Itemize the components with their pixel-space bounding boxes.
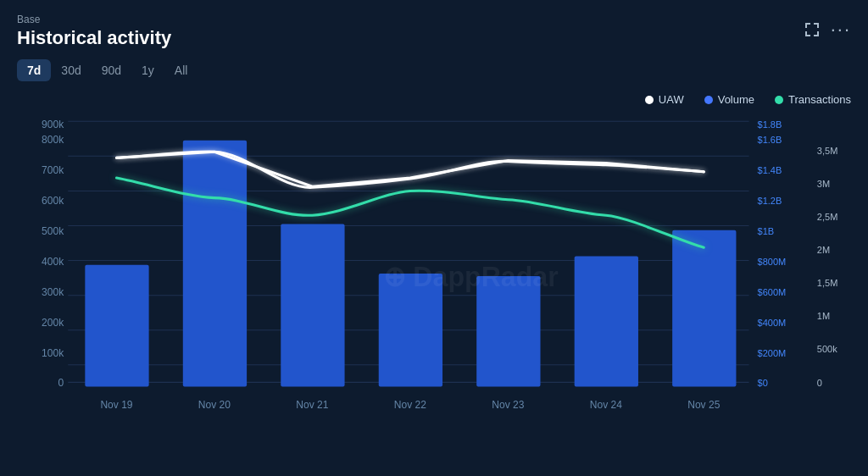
svg-text:$200M: $200M xyxy=(758,347,787,357)
svg-text:1,5M: 1,5M xyxy=(817,278,838,288)
x-label-nov21: Nov 21 xyxy=(296,399,328,411)
filter-btn-1y[interactable]: 1y xyxy=(131,59,164,81)
svg-text:300k: 300k xyxy=(42,286,64,298)
svg-text:0: 0 xyxy=(58,377,64,389)
bar-nov21 xyxy=(281,224,344,386)
svg-text:$1.8B: $1.8B xyxy=(758,119,782,130)
x-label-nov23: Nov 23 xyxy=(492,399,524,411)
svg-text:$1.2B: $1.2B xyxy=(758,196,782,206)
svg-text:200k: 200k xyxy=(42,316,64,328)
main-container: Base Historical activity ··· 7d30d90d1yA… xyxy=(0,0,868,476)
subtitle: Base xyxy=(17,14,171,25)
bar-nov25 xyxy=(672,230,736,387)
svg-text:$1.6B: $1.6B xyxy=(758,135,782,145)
page-title: Historical activity xyxy=(17,27,171,49)
svg-text:$1.4B: $1.4B xyxy=(758,165,782,175)
filter-btn-7d[interactable]: 7d xyxy=(17,59,51,81)
legend-label-transactions: Transactions xyxy=(788,93,851,106)
svg-text:0: 0 xyxy=(817,378,822,388)
bar-nov19 xyxy=(85,265,148,387)
x-label-nov20: Nov 20 xyxy=(198,399,231,411)
legend-item-uaw: UAW xyxy=(645,93,684,106)
time-filters: 7d30d90d1yAll xyxy=(17,59,851,81)
chart-svg: 0 100k 200k 300k 400k 500k 600k 700k 800… xyxy=(17,113,851,434)
x-label-nov25: Nov 25 xyxy=(687,399,720,411)
svg-text:3,5M: 3,5M xyxy=(817,146,838,156)
filter-btn-30d[interactable]: 30d xyxy=(51,59,91,81)
svg-text:100k: 100k xyxy=(42,346,64,358)
svg-text:$1B: $1B xyxy=(758,226,775,236)
watermark-text: ⊕ DappRadar xyxy=(383,262,559,292)
svg-text:$800M: $800M xyxy=(758,257,787,267)
svg-text:700k: 700k xyxy=(42,164,64,176)
svg-text:$400M: $400M xyxy=(758,318,787,328)
legend-dot-uaw xyxy=(645,96,654,104)
legend: UAWVolumeTransactions xyxy=(17,93,851,106)
expand-icon[interactable] xyxy=(804,21,821,38)
svg-rect-3 xyxy=(817,23,819,28)
more-icon[interactable]: ··· xyxy=(831,19,851,41)
bar-nov20 xyxy=(183,141,247,387)
svg-text:500k: 500k xyxy=(42,225,64,237)
bar-nov24 xyxy=(575,256,638,386)
legend-item-volume: Volume xyxy=(704,93,754,106)
legend-label-uaw: UAW xyxy=(659,93,684,106)
svg-text:500k: 500k xyxy=(817,344,837,354)
legend-label-volume: Volume xyxy=(718,93,754,106)
legend-item-transactions: Transactions xyxy=(775,93,851,106)
svg-rect-7 xyxy=(817,31,819,36)
x-label-nov19: Nov 19 xyxy=(100,399,132,411)
svg-text:2,5M: 2,5M xyxy=(817,212,838,222)
svg-text:3M: 3M xyxy=(817,179,830,189)
header: Base Historical activity ··· xyxy=(17,14,851,49)
svg-text:600k: 600k xyxy=(42,195,64,207)
bar-nov23 xyxy=(476,276,540,386)
svg-text:$0: $0 xyxy=(758,378,768,388)
title-block: Base Historical activity xyxy=(17,14,171,49)
filter-btn-all[interactable]: All xyxy=(164,59,198,81)
header-icons: ··· xyxy=(804,19,851,41)
svg-text:900k: 900k xyxy=(42,119,64,130)
svg-text:400k: 400k xyxy=(42,256,64,268)
legend-dot-volume xyxy=(704,96,713,104)
chart-area: 0 100k 200k 300k 400k 500k 600k 700k 800… xyxy=(17,113,851,434)
svg-rect-1 xyxy=(805,23,807,28)
x-label-nov22: Nov 22 xyxy=(394,399,426,411)
svg-text:$600M: $600M xyxy=(758,287,787,297)
svg-rect-5 xyxy=(805,31,807,36)
svg-text:800k: 800k xyxy=(42,134,64,146)
svg-text:2M: 2M xyxy=(817,245,830,255)
legend-dot-transactions xyxy=(775,96,783,104)
x-label-nov24: Nov 24 xyxy=(590,399,622,411)
svg-text:1M: 1M xyxy=(817,311,830,321)
filter-btn-90d[interactable]: 90d xyxy=(92,59,131,81)
